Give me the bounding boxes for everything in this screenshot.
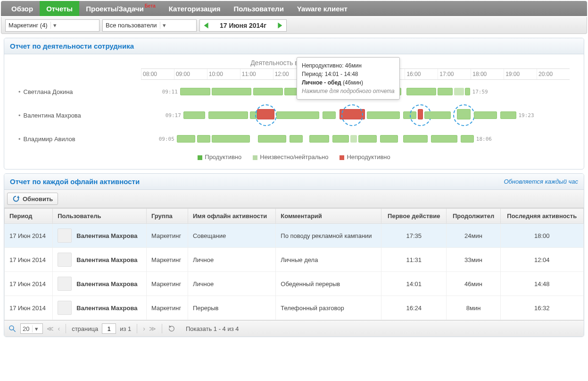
table-row[interactable]: 17 Июн 2014Валентина МахроваМаркетингСов… <box>5 224 584 248</box>
table-cell: Маркетинг <box>146 272 188 296</box>
nav-item-3[interactable]: Категоризация <box>162 1 227 16</box>
filter-bar: Маркетинг (4) ▾ Все пользователи ▾ 17 Ию… <box>1 17 587 34</box>
time-tick: 08:00 <box>141 69 174 79</box>
table-cell: 17 Июн 2014 <box>5 272 53 296</box>
table-cell: 14:48 <box>500 272 583 296</box>
activity-segment[interactable] <box>276 111 319 119</box>
offline-panel-title: Отчет по каждой офлайн активности <box>10 178 140 186</box>
activity-segment[interactable] <box>208 111 248 119</box>
legend-productive: Продуктивно <box>198 153 241 161</box>
table-cell: Личное <box>188 272 275 296</box>
time-tick: 18:00 <box>471 69 504 79</box>
table-cell: Перерыв <box>188 296 275 320</box>
group-select[interactable]: Маркетинг (4) ▾ <box>5 19 99 32</box>
date-label[interactable]: 17 Июня 2014г <box>213 22 273 29</box>
svg-marker-1 <box>278 22 282 28</box>
gantt-track[interactable]: 09:0518:06 <box>141 127 570 151</box>
table-header[interactable]: Группа <box>146 209 188 224</box>
prev-date-button[interactable] <box>200 20 213 31</box>
table-row[interactable]: 17 Июн 2014Валентина МахроваМаркетингЛич… <box>5 248 584 272</box>
activity-segment[interactable] <box>177 135 196 143</box>
activity-segment[interactable] <box>438 88 452 95</box>
time-tick: 16:00 <box>405 69 438 79</box>
activity-segment[interactable] <box>380 135 398 143</box>
chevron-down-icon[interactable]: ▾ <box>32 325 41 332</box>
activity-segment[interactable] <box>358 135 376 143</box>
activity-segment[interactable] <box>403 135 428 143</box>
activity-segment[interactable] <box>332 135 349 143</box>
activity-segment[interactable] <box>474 111 497 119</box>
activity-segment[interactable] <box>323 111 336 119</box>
page-size-select[interactable]: 20 ▾ <box>20 323 43 334</box>
activity-segment[interactable] <box>309 135 329 143</box>
next-date-button[interactable] <box>273 20 286 31</box>
table-cell: 33мин <box>447 248 500 272</box>
activity-segment[interactable] <box>258 135 286 143</box>
nav-item-1[interactable]: Отчеты <box>40 1 79 16</box>
nav-item-4[interactable]: Пользователи <box>227 1 290 16</box>
table-row[interactable]: 17 Июн 2014Валентина МахроваМаркетингПер… <box>5 296 584 320</box>
activity-segment[interactable] <box>180 88 210 95</box>
employee-name: Валентина Махрова <box>18 112 141 119</box>
page-input[interactable] <box>102 323 116 334</box>
track-start-time: 09:11 <box>162 89 178 95</box>
activity-segment[interactable] <box>465 88 470 95</box>
activity-segment[interactable] <box>350 135 357 143</box>
table-cell: 17 Июн 2014 <box>5 296 53 320</box>
refresh-button[interactable]: Обновить <box>7 193 58 205</box>
offline-toolbar: Обновить <box>4 190 584 208</box>
table-cell: Маркетинг <box>146 224 188 248</box>
activity-segment[interactable] <box>406 88 436 95</box>
activity-segment[interactable] <box>424 111 451 119</box>
table-cell: Телефонный разговор <box>276 296 381 320</box>
activity-segment[interactable] <box>197 135 210 143</box>
reload-icon[interactable] <box>168 325 175 332</box>
table-header[interactable]: Последняя активность <box>500 209 583 224</box>
legend-unproductive: Непродуктивно <box>340 153 390 161</box>
first-page-button[interactable]: ≪ <box>47 325 54 332</box>
users-select[interactable]: Все пользователи ▾ <box>102 19 197 32</box>
table-header[interactable]: Период <box>5 209 53 224</box>
time-tick: 20:00 <box>537 69 570 79</box>
top-nav: ОбзорОтчетыПроекты/ЗадачиБетаКатегоризац… <box>1 1 587 16</box>
prev-page-button[interactable]: ‹ <box>58 325 60 332</box>
nav-item-5[interactable]: Yaware клиент <box>290 1 354 16</box>
svg-marker-5 <box>169 325 172 328</box>
table-header[interactable]: Комментарий <box>276 209 381 224</box>
table-cell: Валентина Махрова <box>53 296 147 320</box>
gantt-row: Светлана Докина09:1117:59 <box>18 80 570 103</box>
chevron-down-icon[interactable]: ▾ <box>50 22 59 29</box>
activity-segment[interactable] <box>367 111 400 119</box>
employee-name: Владимир Авилов <box>18 135 141 143</box>
activity-segment[interactable] <box>461 135 474 143</box>
table-header[interactable]: Первое действие <box>381 209 447 224</box>
activity-chart: Деятельность в течение дня 08:0009:0010:… <box>4 54 584 169</box>
activity-segment[interactable] <box>253 88 283 95</box>
nav-item-0[interactable]: Обзор <box>5 1 40 16</box>
chevron-down-icon[interactable]: ▾ <box>160 22 168 29</box>
table-cell: 16:24 <box>381 296 447 320</box>
table-header[interactable]: Имя офлайн активности <box>188 209 275 224</box>
table-cell: Личные дела <box>276 248 381 272</box>
activity-segment[interactable] <box>290 135 303 143</box>
table-cell: 17 Июн 2014 <box>5 224 53 248</box>
tooltip-line2: Период: 14:01 - 14:48 <box>302 70 395 78</box>
activity-segment[interactable] <box>454 88 464 95</box>
activity-segment[interactable] <box>212 88 251 95</box>
date-picker: 17 Июня 2014г <box>199 19 287 32</box>
activity-segment[interactable] <box>212 135 249 143</box>
activity-segment[interactable] <box>431 135 457 143</box>
gantt-track[interactable]: 09:1719:23 <box>141 103 570 127</box>
activity-segment[interactable] <box>183 111 206 119</box>
last-page-button[interactable]: ≫ <box>149 325 156 332</box>
search-icon[interactable] <box>8 324 17 333</box>
table-header[interactable]: Продолжител <box>447 209 500 224</box>
table-header[interactable]: Пользователь <box>53 209 147 224</box>
nav-item-2[interactable]: Проекты/ЗадачиБета <box>79 1 162 16</box>
activity-segment[interactable] <box>500 111 516 119</box>
svg-marker-2 <box>17 195 19 198</box>
table-cell: Совещание <box>188 224 275 248</box>
pager-summary: Показать 1 - 4 из 4 <box>186 325 239 332</box>
next-page-button[interactable]: › <box>143 325 145 332</box>
table-row[interactable]: 17 Июн 2014Валентина МахроваМаркетингЛич… <box>5 272 584 296</box>
